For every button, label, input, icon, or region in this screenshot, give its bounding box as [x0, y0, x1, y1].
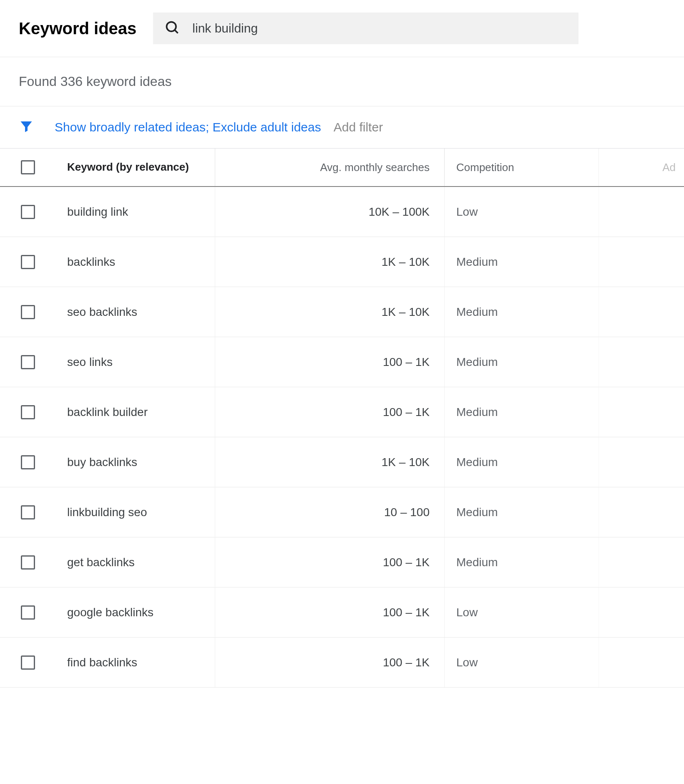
- keyword-cell[interactable]: seo links: [60, 337, 215, 387]
- ad-cell: [598, 287, 684, 337]
- svg-point-0: [167, 22, 176, 32]
- select-all-checkbox[interactable]: [21, 160, 35, 174]
- ad-cell: [598, 587, 684, 637]
- keyword-cell[interactable]: building link: [60, 187, 215, 237]
- row-checkbox[interactable]: [21, 305, 35, 319]
- header-checkbox-cell: [0, 149, 60, 186]
- ad-cell: [598, 638, 684, 687]
- row-checkbox[interactable]: [21, 555, 35, 570]
- row-checkbox-cell: [0, 387, 60, 437]
- table-row: find backlinks100 – 1KLow: [0, 638, 684, 688]
- searches-cell: 100 – 1K: [215, 587, 444, 637]
- ad-cell: [598, 387, 684, 437]
- row-checkbox-cell: [0, 287, 60, 337]
- row-checkbox-cell: [0, 337, 60, 387]
- table-row: get backlinks100 – 1KMedium: [0, 537, 684, 587]
- ad-cell: [598, 337, 684, 387]
- competition-cell: Low: [444, 638, 598, 687]
- row-checkbox-cell: [0, 237, 60, 287]
- ad-cell: [598, 487, 684, 537]
- keyword-cell[interactable]: seo backlinks: [60, 287, 215, 337]
- table-row: linkbuilding seo10 – 100Medium: [0, 487, 684, 537]
- competition-cell: Medium: [444, 437, 598, 487]
- competition-cell: Low: [444, 187, 598, 237]
- row-checkbox[interactable]: [21, 455, 35, 469]
- table-row: building link10K – 100KLow: [0, 187, 684, 237]
- search-box[interactable]: [153, 13, 578, 44]
- table-header: Keyword (by relevance) Avg. monthly sear…: [0, 148, 684, 187]
- found-count: Found 336 keyword ideas: [0, 57, 684, 106]
- row-checkbox[interactable]: [21, 255, 35, 269]
- table-row: google backlinks100 – 1KLow: [0, 587, 684, 638]
- keyword-cell[interactable]: backlink builder: [60, 387, 215, 437]
- table-row: seo links100 – 1KMedium: [0, 337, 684, 387]
- searches-cell: 1K – 10K: [215, 437, 444, 487]
- competition-cell: Medium: [444, 487, 598, 537]
- filter-row: Show broadly related ideas; Exclude adul…: [0, 106, 684, 148]
- ad-cell: [598, 537, 684, 587]
- searches-cell: 100 – 1K: [215, 638, 444, 687]
- searches-cell: 10K – 100K: [215, 187, 444, 237]
- ad-cell: [598, 437, 684, 487]
- column-header-searches[interactable]: Avg. monthly searches: [215, 149, 444, 186]
- table-body: building link10K – 100KLowbacklinks1K – …: [0, 187, 684, 688]
- competition-cell: Medium: [444, 537, 598, 587]
- row-checkbox-cell: [0, 638, 60, 687]
- search-icon: [165, 20, 180, 37]
- searches-cell: 100 – 1K: [215, 387, 444, 437]
- keyword-cell[interactable]: backlinks: [60, 237, 215, 287]
- row-checkbox-cell: [0, 487, 60, 537]
- searches-cell: 100 – 1K: [215, 537, 444, 587]
- column-header-competition[interactable]: Competition: [444, 149, 598, 186]
- competition-cell: Medium: [444, 337, 598, 387]
- add-filter-button[interactable]: Add filter: [334, 120, 383, 134]
- svg-line-1: [175, 30, 178, 33]
- row-checkbox[interactable]: [21, 205, 35, 219]
- column-header-keyword[interactable]: Keyword (by relevance): [60, 149, 215, 186]
- header-row: Keyword ideas: [0, 0, 684, 57]
- searches-cell: 100 – 1K: [215, 337, 444, 387]
- row-checkbox-cell: [0, 537, 60, 587]
- keyword-cell[interactable]: google backlinks: [60, 587, 215, 637]
- table-row: seo backlinks1K – 10KMedium: [0, 287, 684, 337]
- filter-link[interactable]: Show broadly related ideas; Exclude adul…: [55, 120, 321, 134]
- keyword-cell[interactable]: get backlinks: [60, 537, 215, 587]
- competition-cell: Low: [444, 587, 598, 637]
- competition-cell: Medium: [444, 387, 598, 437]
- row-checkbox[interactable]: [21, 605, 35, 620]
- searches-cell: 10 – 100: [215, 487, 444, 537]
- table-row: backlinks1K – 10KMedium: [0, 237, 684, 287]
- column-header-ad[interactable]: Ad: [598, 149, 684, 186]
- searches-cell: 1K – 10K: [215, 237, 444, 287]
- row-checkbox[interactable]: [21, 355, 35, 369]
- row-checkbox-cell: [0, 587, 60, 637]
- competition-cell: Medium: [444, 237, 598, 287]
- row-checkbox[interactable]: [21, 505, 35, 519]
- keyword-cell[interactable]: linkbuilding seo: [60, 487, 215, 537]
- row-checkbox[interactable]: [21, 405, 35, 419]
- search-input[interactable]: [192, 21, 567, 35]
- keyword-table: Keyword (by relevance) Avg. monthly sear…: [0, 148, 684, 688]
- row-checkbox[interactable]: [21, 655, 35, 670]
- row-checkbox-cell: [0, 437, 60, 487]
- ad-cell: [598, 187, 684, 237]
- searches-cell: 1K – 10K: [215, 287, 444, 337]
- keyword-cell[interactable]: find backlinks: [60, 638, 215, 687]
- page-title: Keyword ideas: [19, 19, 136, 38]
- keyword-cell[interactable]: buy backlinks: [60, 437, 215, 487]
- ad-cell: [598, 237, 684, 287]
- table-row: buy backlinks1K – 10KMedium: [0, 437, 684, 487]
- table-row: backlink builder100 – 1KMedium: [0, 387, 684, 437]
- row-checkbox-cell: [0, 187, 60, 237]
- competition-cell: Medium: [444, 287, 598, 337]
- filter-icon[interactable]: [19, 119, 34, 136]
